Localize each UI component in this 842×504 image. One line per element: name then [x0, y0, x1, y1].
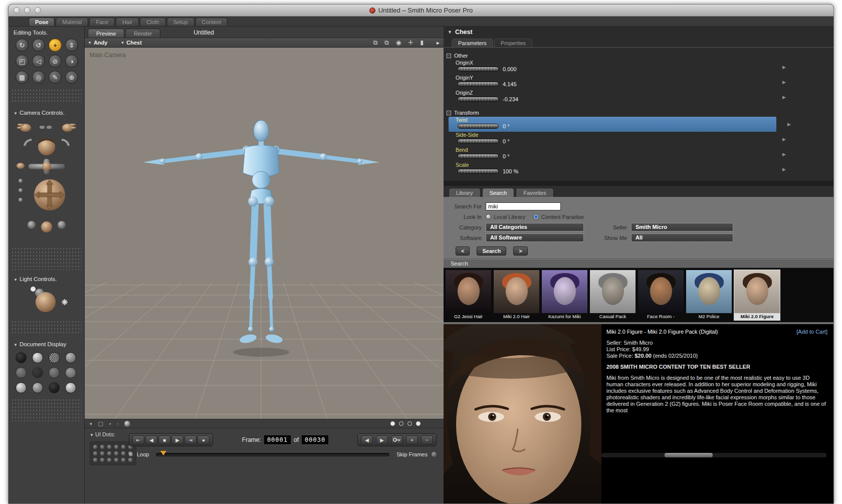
display-style-ball[interactable]: [65, 382, 76, 393]
ui-dot[interactable]: [93, 445, 97, 449]
collapse-group-icon[interactable]: −: [447, 111, 451, 115]
parameter-dial[interactable]: [458, 82, 499, 87]
display-style-ball[interactable]: [16, 352, 27, 363]
display-style-ball[interactable]: [49, 382, 60, 393]
parameter-label[interactable]: OriginY: [456, 75, 780, 81]
play-button[interactable]: ▶: [171, 435, 183, 444]
category-dropdown[interactable]: All Categories: [486, 223, 584, 231]
display-style-ball[interactable]: [16, 382, 27, 393]
translate-pull-tool-icon[interactable]: +: [49, 39, 62, 52]
next-page-button[interactable]: >: [513, 246, 527, 256]
camera-controls-graphic[interactable]: [14, 118, 80, 244]
direct-manipulation-tool-icon[interactable]: ⊕: [65, 71, 78, 84]
depth-cue-icon[interactable]: ▮: [420, 39, 424, 46]
tab-search[interactable]: Search: [482, 188, 515, 197]
depth-select-icon[interactable]: ▾: [90, 421, 92, 426]
radio-local-library[interactable]: Local Library: [486, 214, 525, 220]
parameter-menu-icon[interactable]: ▶: [782, 137, 786, 142]
morphing-tool-icon[interactable]: ✎: [49, 71, 62, 84]
frame-box-icon[interactable]: ▢: [98, 420, 103, 427]
viewport-canvas[interactable]: [85, 48, 444, 419]
camera-flyaround-icon[interactable]: ⧉: [373, 39, 378, 46]
radio-content-paradise[interactable]: Content Paradise: [533, 214, 584, 220]
tracking-mode-icon[interactable]: ✛: [408, 39, 413, 46]
color-tool-icon[interactable]: ◑: [65, 55, 78, 68]
parameter-menu-icon[interactable]: ▶: [782, 95, 786, 100]
display-dot-icon[interactable]: [416, 421, 420, 426]
ui-dot[interactable]: [114, 451, 118, 455]
title-bar[interactable]: Untitled – Smith Micro Poser Pro: [9, 5, 833, 17]
prev-keyframe-button[interactable]: ◀: [361, 435, 373, 444]
chain-break-tool-icon[interactable]: ⊘: [49, 55, 62, 68]
ui-dot[interactable]: [107, 451, 111, 455]
collapse-group-icon[interactable]: −: [447, 54, 451, 58]
result-thumbnail[interactable]: Face Room -: [638, 270, 684, 321]
taper-tool-icon[interactable]: ◁: [32, 55, 45, 68]
skip-frames-toggle[interactable]: [432, 452, 437, 457]
parameter-label[interactable]: Scale: [456, 162, 780, 168]
current-frame-field[interactable]: 00001: [264, 435, 291, 444]
scrollbar-thumb[interactable]: [665, 453, 713, 457]
seller-dropdown[interactable]: Smith Micro: [631, 223, 733, 231]
display-style-ball[interactable]: [16, 367, 27, 378]
shadow-dot-icon[interactable]: ▪: [109, 421, 111, 426]
next-keyframe-button[interactable]: ▶: [376, 435, 388, 444]
ui-dot[interactable]: [100, 445, 104, 449]
light-controls-graphic[interactable]: [17, 284, 77, 317]
parameter-value[interactable]: 4.145: [503, 81, 517, 87]
add-keyframe-button[interactable]: +: [406, 435, 418, 444]
parameter-value[interactable]: 100 %: [503, 168, 518, 174]
parameter-dial[interactable]: [458, 169, 499, 174]
display-dot-icon[interactable]: [399, 421, 403, 426]
camera-name-label[interactable]: Main Camera: [90, 52, 126, 59]
tab-parameters[interactable]: Parameters: [452, 39, 493, 47]
tab-content[interactable]: Content: [195, 18, 228, 26]
record-button[interactable]: ●: [197, 435, 209, 444]
parameter-menu-icon[interactable]: ▶: [787, 122, 791, 127]
result-thumbnail[interactable]: M2 Police: [686, 270, 732, 321]
parameter-value[interactable]: -0.234: [503, 96, 518, 102]
parameter-value[interactable]: 0 °: [503, 138, 510, 144]
tab-setup[interactable]: Setup: [167, 18, 194, 26]
ui-dot[interactable]: [107, 445, 111, 449]
display-style-ball[interactable]: [49, 367, 60, 378]
rotate-tool-icon[interactable]: ↻: [16, 39, 29, 52]
parameter-menu-icon[interactable]: ▶: [782, 65, 786, 70]
show-me-dropdown[interactable]: All: [631, 233, 733, 242]
body-part-menu[interactable]: ▼ Chest: [120, 40, 141, 46]
tab-material[interactable]: Material: [56, 18, 88, 26]
tab-hair[interactable]: Hair: [116, 18, 139, 26]
view-magnifier-tool-icon[interactable]: ◎: [32, 71, 45, 84]
grouping-tool-icon[interactable]: ▦: [16, 71, 29, 84]
parameter-menu-icon[interactable]: ▶: [782, 80, 786, 85]
parameter-menu-icon[interactable]: ▶: [782, 152, 786, 157]
panel-expander-icon[interactable]: ►: [436, 40, 441, 46]
last-frame-button[interactable]: ⇥: [184, 435, 196, 444]
timeline-scrubber[interactable]: [156, 453, 389, 456]
parameter-dial[interactable]: [458, 124, 499, 129]
display-dot-icon[interactable]: [390, 421, 395, 426]
tab-library[interactable]: Library: [449, 188, 481, 197]
display-style-ball[interactable]: [65, 367, 76, 378]
search-button[interactable]: Search: [477, 246, 506, 256]
tab-pose[interactable]: Pose: [29, 18, 55, 26]
result-thumbnail[interactable]: Casual Pack: [589, 270, 636, 321]
figure-menu[interactable]: ▼ Andy: [88, 40, 107, 46]
material-ball-icon[interactable]: [124, 421, 130, 427]
scale-tool-icon[interactable]: ◰: [16, 55, 29, 68]
loop-indicator-icon[interactable]: [129, 452, 133, 456]
display-style-ball[interactable]: [32, 367, 43, 378]
result-thumbnail[interactable]: G2 Jessi Hair: [445, 270, 492, 321]
parameter-label[interactable]: OriginX: [456, 60, 780, 66]
result-thumbnail[interactable]: Miki 2.0 Hair: [493, 270, 540, 321]
delete-keyframe-button[interactable]: −: [421, 435, 433, 444]
tab-favorites[interactable]: Favorites: [516, 188, 553, 197]
tab-properties[interactable]: Properties: [494, 39, 532, 47]
translate-inout-tool-icon[interactable]: ⇕: [65, 39, 78, 52]
parameter-label[interactable]: Twist: [456, 117, 776, 123]
ui-dot[interactable]: [114, 458, 118, 462]
scrubber-handle[interactable]: [160, 451, 166, 455]
result-thumbnail[interactable]: Kazumi for Miki: [541, 270, 588, 321]
ui-dot[interactable]: [107, 458, 111, 462]
display-style-icon[interactable]: ◉: [396, 39, 401, 46]
